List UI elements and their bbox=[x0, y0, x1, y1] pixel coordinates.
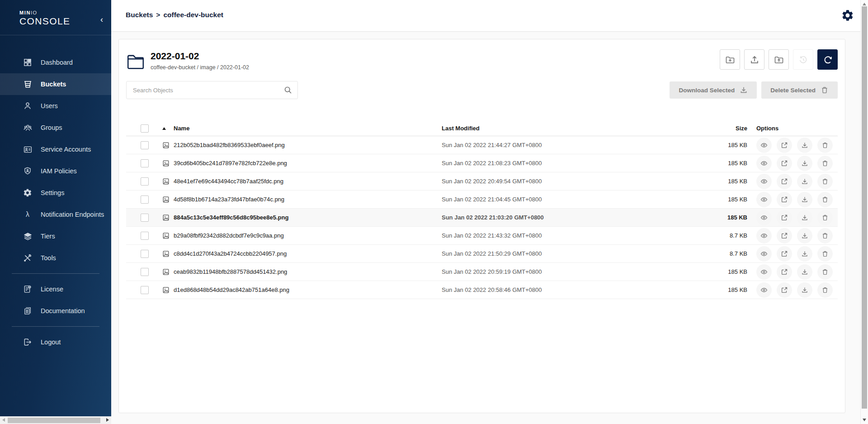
preview-object-button[interactable] bbox=[756, 156, 772, 171]
object-last-modified: Sun Jan 02 2022 21:50:29 GMT+0800 bbox=[438, 250, 709, 257]
share-object-button[interactable] bbox=[777, 192, 792, 207]
scroll-right-arrow-icon[interactable] bbox=[106, 418, 109, 422]
download-object-button[interactable] bbox=[797, 228, 812, 243]
preview-object-button[interactable] bbox=[756, 138, 772, 153]
preview-object-button[interactable] bbox=[756, 246, 772, 262]
sidebar-item-license[interactable]: License bbox=[0, 278, 111, 300]
folder-plus-icon bbox=[725, 55, 735, 65]
preview-object-button[interactable] bbox=[756, 174, 772, 189]
upload-folder-button[interactable] bbox=[769, 49, 789, 70]
sidebar-item-tiers[interactable]: Tiers bbox=[0, 225, 111, 247]
sidebar-item-settings[interactable]: Settings bbox=[0, 182, 111, 204]
sidebar-item-dashboard[interactable]: Dashboard bbox=[0, 52, 111, 73]
settings-gear-button[interactable] bbox=[841, 9, 854, 22]
share-object-button[interactable] bbox=[777, 156, 792, 171]
table-row[interactable]: 48e41ef7e69c443494cc78b7aaf25fdc.png Sun… bbox=[126, 172, 838, 191]
row-checkbox[interactable] bbox=[141, 195, 149, 204]
download-object-button[interactable] bbox=[797, 156, 812, 171]
sidebar-item-iam-policies[interactable]: IAM Policies bbox=[0, 160, 111, 182]
share-object-button[interactable] bbox=[777, 228, 792, 243]
column-header-options: Options bbox=[753, 125, 839, 132]
object-name: ceab9832b11948bfb2887578dd451432.png bbox=[174, 268, 287, 275]
download-object-button[interactable] bbox=[797, 174, 812, 189]
delete-object-button[interactable] bbox=[817, 192, 833, 207]
tray-arrow-down-icon bbox=[801, 196, 808, 203]
delete-object-button[interactable] bbox=[817, 138, 833, 153]
row-checkbox[interactable] bbox=[141, 177, 149, 186]
download-object-button[interactable] bbox=[797, 192, 812, 207]
delete-object-button[interactable] bbox=[817, 174, 833, 189]
download-object-button[interactable] bbox=[797, 264, 812, 280]
share-object-button[interactable] bbox=[777, 246, 792, 262]
sidebar-item-label: Tools bbox=[41, 254, 56, 262]
trash-icon bbox=[821, 160, 829, 167]
table-row[interactable]: c8dd4c1d270f43a2b4724ccbb2204957.png Sun… bbox=[126, 245, 838, 263]
sidebar-item-label: Notification Endpoints bbox=[41, 211, 104, 218]
share-object-button[interactable] bbox=[777, 282, 792, 298]
download-selected-button[interactable]: Download Selected bbox=[670, 81, 757, 99]
vertical-scrollbar-thumb[interactable] bbox=[862, 6, 867, 409]
sidebar-item-buckets[interactable]: Buckets bbox=[0, 73, 111, 95]
rewind-button[interactable] bbox=[793, 49, 813, 70]
sidebar-item-service-accounts[interactable]: Service Accounts bbox=[0, 138, 111, 160]
scroll-left-arrow-icon[interactable] bbox=[2, 418, 5, 422]
row-checkbox[interactable] bbox=[141, 214, 149, 222]
table-row[interactable]: 212b052b1bad482fb8369533ebf0aeef.png Sun… bbox=[126, 136, 838, 154]
preview-object-button[interactable] bbox=[756, 192, 772, 207]
download-object-button[interactable] bbox=[797, 282, 812, 298]
new-path-button[interactable] bbox=[720, 49, 740, 70]
eye-icon bbox=[760, 268, 768, 276]
object-name: b29a08fbf92342d882dcbdf7e9c9c9aa.png bbox=[174, 232, 284, 239]
sidebar-item-notification-endpoints[interactable]: λ Notification Endpoints bbox=[0, 204, 111, 225]
object-last-modified: Sun Jan 02 2022 21:03:20 GMT+0800 bbox=[438, 214, 709, 221]
row-checkbox[interactable] bbox=[141, 286, 149, 294]
row-checkbox[interactable] bbox=[141, 232, 149, 240]
row-checkbox[interactable] bbox=[141, 141, 149, 149]
table-row[interactable]: 39cd6b405bc241d7897e782fcb722e8e.png Sun… bbox=[126, 154, 838, 172]
scroll-down-arrow-icon[interactable] bbox=[863, 419, 866, 421]
collapse-sidebar-button[interactable]: ‹ bbox=[100, 15, 103, 24]
table-row[interactable]: ceab9832b11948bfb2887578dd451432.png Sun… bbox=[126, 263, 838, 281]
breadcrumb-buckets-link[interactable]: Buckets bbox=[126, 11, 153, 19]
scroll-up-arrow-icon[interactable] bbox=[863, 3, 866, 5]
sidebar-item-label: Tiers bbox=[41, 233, 55, 240]
sidebar-item-tools[interactable]: Tools bbox=[0, 247, 111, 269]
delete-object-button[interactable] bbox=[817, 264, 833, 280]
table-row[interactable]: 884a5c13c5e34eff89c56d8c95bee8e5.png Sun… bbox=[126, 209, 838, 227]
sidebar-item-groups[interactable]: Groups bbox=[0, 117, 111, 138]
row-checkbox[interactable] bbox=[141, 159, 149, 167]
download-object-button[interactable] bbox=[797, 138, 812, 153]
table-row[interactable]: 4d58f8b1b6714a23a73fd47bfae0b74c.png Sun… bbox=[126, 191, 838, 209]
delete-object-button[interactable] bbox=[817, 282, 833, 298]
delete-selected-button[interactable]: Delete Selected bbox=[761, 81, 838, 99]
download-object-button[interactable] bbox=[797, 246, 812, 262]
share-object-button[interactable] bbox=[777, 210, 792, 225]
select-all-checkbox[interactable] bbox=[141, 124, 149, 133]
upload-file-button[interactable] bbox=[744, 49, 764, 70]
delete-object-button[interactable] bbox=[817, 156, 833, 171]
preview-object-button[interactable] bbox=[756, 210, 772, 225]
sidebar-item-logout[interactable]: Logout bbox=[0, 331, 111, 353]
search-input[interactable] bbox=[126, 81, 298, 99]
sidebar-item-users[interactable]: Users bbox=[0, 95, 111, 117]
row-checkbox[interactable] bbox=[141, 268, 149, 276]
preview-object-button[interactable] bbox=[756, 264, 772, 280]
row-checkbox[interactable] bbox=[141, 250, 149, 258]
table-row[interactable]: d1ed868d48b54dd29ac842ab751a64e8.png Sun… bbox=[126, 281, 838, 299]
refresh-button[interactable] bbox=[817, 49, 838, 70]
horizontal-scrollbar-thumb[interactable] bbox=[8, 418, 100, 423]
column-header-name[interactable]: Name bbox=[158, 125, 438, 132]
delete-object-button[interactable] bbox=[817, 246, 833, 262]
preview-object-button[interactable] bbox=[756, 228, 772, 243]
table-row[interactable]: b29a08fbf92342d882dcbdf7e9c9c9aa.png Sun… bbox=[126, 227, 838, 245]
download-object-button[interactable] bbox=[797, 210, 812, 225]
share-object-button[interactable] bbox=[777, 264, 792, 280]
delete-object-button[interactable] bbox=[817, 210, 833, 225]
delete-object-button[interactable] bbox=[817, 228, 833, 243]
share-object-button[interactable] bbox=[777, 174, 792, 189]
preview-object-button[interactable] bbox=[756, 282, 772, 298]
image-file-icon bbox=[162, 286, 170, 294]
share-icon bbox=[781, 232, 788, 239]
sidebar-item-documentation[interactable]: Documentation bbox=[0, 300, 111, 322]
share-object-button[interactable] bbox=[777, 138, 792, 153]
